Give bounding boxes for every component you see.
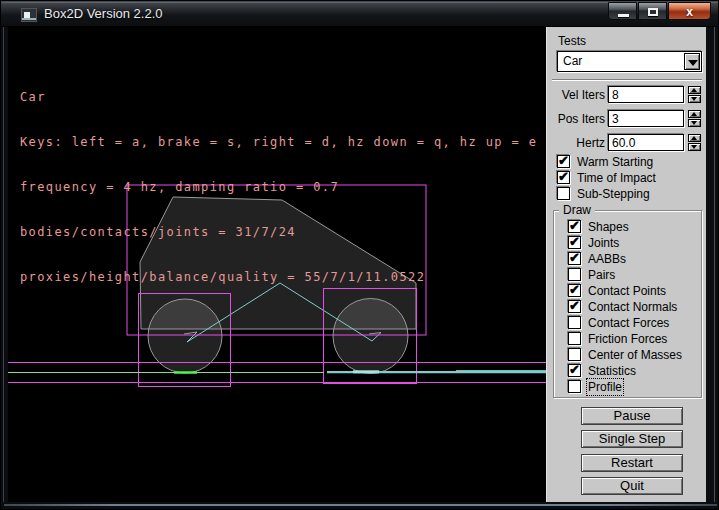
contact-points-label: Contact Points [588, 284, 666, 298]
vel-iters-spinner [688, 86, 701, 103]
window-border-left [3, 27, 4, 502]
aabbs-checkbox[interactable] [568, 252, 581, 265]
vel-iters-down-button[interactable] [688, 95, 701, 103]
hertz-field [608, 134, 684, 151]
warm-starting-checkbox[interactable] [557, 155, 570, 168]
window-title: Box2D Version 2.2.0 [44, 6, 163, 21]
app-window: Box2D Version 2.2.0 x [0, 0, 719, 510]
maximize-button[interactable] [638, 2, 667, 20]
profile-checkbox[interactable] [568, 380, 581, 393]
minimize-button[interactable] [608, 2, 637, 20]
triangle-down-icon [691, 97, 697, 101]
pause-button[interactable]: Pause [581, 407, 683, 425]
triangle-down-icon [691, 145, 697, 149]
hud-line-test-name: Car [20, 90, 537, 105]
close-button[interactable]: x [668, 2, 711, 20]
pos-iters-input[interactable] [609, 111, 683, 126]
pos-iters-down-button[interactable] [688, 119, 701, 127]
separator [552, 79, 702, 81]
hud-line-proxies: proxies/height/balance/quality = 55/7/1/… [20, 270, 537, 285]
profile-label: Profile [588, 380, 622, 394]
triangle-up-icon [691, 88, 697, 92]
chevron-down-icon [688, 60, 698, 66]
contact-forces-label: Contact Forces [588, 316, 669, 330]
window-border-right [714, 27, 715, 502]
single-step-button[interactable]: Single Step [581, 430, 683, 448]
gl-viewport[interactable]: Car Keys: left = a, brake = s, right = d… [8, 27, 546, 502]
restart-button[interactable]: Restart [581, 454, 683, 472]
test-select-dropdown[interactable]: Car [557, 51, 702, 72]
hertz-down-button[interactable] [688, 143, 701, 151]
test-select-value: Car [563, 54, 582, 68]
hertz-up-button[interactable] [688, 134, 701, 142]
center-of-masses-label: Center of Masses [588, 348, 682, 362]
app-icon [21, 8, 37, 22]
hud-line-bodies: bodies/contacts/joints = 31/7/24 [20, 225, 537, 240]
hud-line-keys: Keys: left = a, brake = s, right = d, hz… [20, 135, 537, 150]
statistics-checkbox[interactable] [568, 364, 581, 377]
vel-iters-label: Vel Iters [547, 88, 605, 102]
hud-line-frequency: frequency = 4 hz, damping ratio = 0.7 [20, 180, 537, 195]
pairs-label: Pairs [588, 268, 615, 282]
pos-iters-label: Pos Iters [547, 112, 605, 126]
hertz-spinner [688, 134, 701, 151]
vel-iters-field [608, 86, 684, 103]
app-icon-ground [22, 18, 36, 20]
pos-iters-field [608, 110, 684, 127]
dropdown-arrow-button[interactable] [684, 53, 700, 70]
triangle-down-icon [691, 121, 697, 125]
time-of-impact-label: Time of Impact [577, 171, 656, 185]
sub-stepping-label: Sub-Stepping [577, 187, 650, 201]
control-sidebar: Tests Car Vel Iters Pos Iters Hertz [546, 27, 706, 502]
app-icon-box [24, 12, 30, 18]
draw-group-label: Draw [559, 203, 595, 217]
vel-iters-input[interactable] [609, 87, 683, 102]
quit-button[interactable]: Quit [581, 477, 683, 495]
aabbs-label: AABBs [588, 252, 626, 266]
joints-label: Joints [588, 236, 619, 250]
hertz-label: Hertz [547, 136, 605, 150]
sub-stepping-checkbox[interactable] [557, 187, 570, 200]
triangle-up-icon [691, 136, 697, 140]
center-of-masses-checkbox[interactable] [568, 348, 581, 361]
contact-forces-checkbox[interactable] [568, 316, 581, 329]
contact-normals-checkbox[interactable] [568, 300, 581, 313]
contact-normals-label: Contact Normals [588, 300, 677, 314]
contact-points-checkbox[interactable] [568, 284, 581, 297]
friction-forces-label: Friction Forces [588, 332, 667, 346]
joints-checkbox[interactable] [568, 236, 581, 249]
shapes-label: Shapes [588, 220, 629, 234]
warm-starting-label: Warm Starting [577, 155, 653, 169]
maximize-icon [648, 8, 658, 16]
minimize-icon [618, 14, 629, 17]
triangle-up-icon [691, 112, 697, 116]
hertz-input[interactable] [609, 135, 683, 150]
friction-forces-checkbox[interactable] [568, 332, 581, 345]
time-of-impact-checkbox[interactable] [557, 171, 570, 184]
close-icon: x [669, 5, 710, 19]
shapes-checkbox[interactable] [568, 220, 581, 233]
pairs-checkbox[interactable] [568, 268, 581, 281]
tests-label: Tests [558, 34, 586, 48]
title-bar[interactable]: Box2D Version 2.2.0 x [1, 1, 719, 27]
hud-stats-text: Car Keys: left = a, brake = s, right = d… [20, 60, 537, 315]
statistics-label: Statistics [588, 364, 636, 378]
vel-iters-up-button[interactable] [688, 86, 701, 94]
pos-iters-spinner [688, 110, 701, 127]
window-border-bottom [4, 504, 717, 506]
pos-iters-up-button[interactable] [688, 110, 701, 118]
